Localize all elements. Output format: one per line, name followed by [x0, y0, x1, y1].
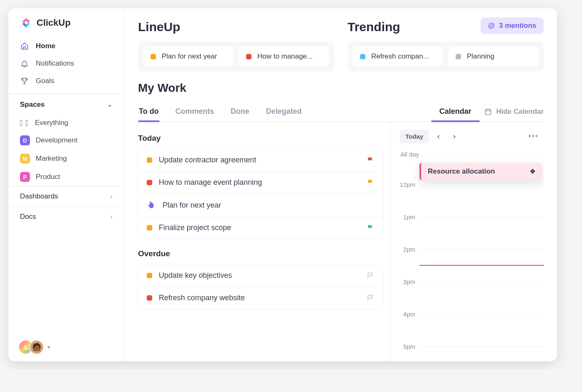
- flag-icon: [366, 156, 375, 164]
- calendar-icon: [484, 108, 492, 116]
- space-label: Marketing: [36, 154, 67, 163]
- more-menu-button[interactable]: •••: [528, 132, 542, 141]
- hour-line[interactable]: [419, 346, 544, 361]
- status-dot: [150, 54, 156, 59]
- sidebar-everything[interactable]: Everything: [8, 115, 124, 131]
- hour-label: 4pm: [398, 311, 419, 318]
- spaces-label: Spaces: [20, 100, 45, 109]
- svg-rect-0: [485, 109, 491, 115]
- nav-label: Home: [36, 42, 55, 50]
- hide-calendar-label: Hide Calendar: [496, 108, 544, 116]
- sidebar-space-development[interactable]: D Development: [8, 131, 124, 149]
- task-row[interactable]: Update key objectives: [138, 265, 383, 287]
- tab-delegated[interactable]: Delegated: [265, 101, 303, 122]
- flag-icon: [366, 224, 375, 232]
- tab-calendar[interactable]: Calendar: [439, 101, 472, 122]
- hour-label: 3pm: [398, 278, 419, 285]
- avatar-stack: S 🧑🏾: [18, 340, 44, 355]
- sidebar-space-product[interactable]: P Product: [8, 168, 124, 186]
- task-row[interactable]: Plan for next year: [138, 194, 383, 217]
- task-title: Update contractor agreement: [159, 156, 360, 164]
- trophy-icon: [20, 76, 29, 86]
- hour-line[interactable]: [419, 314, 544, 346]
- lineup-card[interactable]: Plan for next year: [143, 47, 234, 66]
- task-row[interactable]: Finalize project scope: [138, 217, 383, 239]
- space-label: Development: [36, 136, 77, 145]
- hour-line[interactable]: [419, 184, 544, 217]
- tab-done[interactable]: Done: [230, 101, 250, 122]
- time-row: 4pm: [398, 314, 544, 346]
- everything-label: Everything: [35, 119, 68, 127]
- prev-day-button[interactable]: ‹: [432, 130, 445, 143]
- mywork-tabs: To do Comments Done Delegated Calendar H…: [138, 101, 544, 122]
- status-dot: [456, 54, 461, 59]
- clickup-logo-icon: [20, 17, 32, 29]
- today-button[interactable]: Today: [400, 130, 429, 143]
- space-badge: D: [20, 135, 30, 145]
- app-shell: ClickUp Home Notifications Goals Spaces …: [8, 8, 557, 361]
- sidebar-dashboards[interactable]: Dashboards ›: [8, 186, 124, 206]
- trending-card[interactable]: Refresh compan...: [353, 47, 443, 66]
- calendar-header: Today ‹ › •••: [398, 130, 544, 149]
- calendar-panel: Today ‹ › ••• All day Resource allocatio…: [390, 122, 544, 361]
- calendar-event[interactable]: Resource allocation ✥: [419, 163, 542, 180]
- time-row: 3pm: [398, 282, 544, 314]
- sidebar-space-marketing[interactable]: M Marketing: [8, 149, 124, 168]
- task-title: Refresh company website: [159, 294, 360, 302]
- status-dot: [147, 295, 152, 301]
- time-row: 12pm: [398, 184, 544, 217]
- hour-label: 1pm: [398, 213, 419, 220]
- time-row: 5pm: [398, 346, 544, 361]
- tab-comments[interactable]: Comments: [175, 101, 215, 122]
- hour-label: 2pm: [398, 246, 419, 253]
- card-label: How to manage...: [257, 52, 313, 61]
- status-dot: [246, 54, 252, 59]
- tab-todo[interactable]: To do: [138, 101, 160, 122]
- sidebar: ClickUp Home Notifications Goals Spaces …: [8, 8, 125, 361]
- chevron-right-icon: ›: [110, 192, 113, 201]
- group-overdue: Overdue: [138, 249, 383, 258]
- lineup-card[interactable]: How to manage...: [239, 47, 329, 66]
- tabs-left: To do Comments Done Delegated: [138, 101, 303, 122]
- nav-notifications[interactable]: Notifications: [14, 55, 118, 72]
- home-icon: [20, 42, 29, 51]
- trending-card[interactable]: Planning: [448, 47, 539, 66]
- mentions-button[interactable]: @ 3 mentions: [481, 17, 544, 34]
- status-dot: [147, 273, 152, 278]
- event-title: Resource allocation: [428, 167, 495, 176]
- dots-grid-icon: [20, 120, 29, 126]
- status-dot: [147, 225, 152, 230]
- spaces-header[interactable]: Spaces ⌄: [8, 94, 124, 115]
- chevron-right-icon: ›: [110, 213, 113, 221]
- hour-line[interactable]: [419, 282, 544, 314]
- pointer-icon: [147, 201, 156, 210]
- brand-logo[interactable]: ClickUp: [8, 8, 124, 36]
- at-icon: @: [488, 22, 495, 30]
- lineup-title: LineUp: [138, 20, 334, 34]
- task-row[interactable]: Update contractor agreement: [138, 149, 383, 172]
- hide-calendar-button[interactable]: Hide Calendar: [484, 108, 544, 116]
- space-label: Product: [36, 173, 60, 181]
- task-row[interactable]: Refresh company website: [138, 287, 383, 309]
- dashboards-label: Dashboards: [20, 192, 58, 201]
- docs-label: Docs: [20, 213, 36, 221]
- trending-cards: Refresh compan... Planning: [348, 42, 544, 71]
- sidebar-docs[interactable]: Docs ›: [8, 206, 124, 227]
- task-title: Plan for next year: [163, 201, 375, 210]
- hour-line[interactable]: [419, 217, 544, 249]
- user-avatars[interactable]: S 🧑🏾 ▼: [8, 333, 124, 361]
- main-content: @ 3 mentions LineUp Plan for next year H…: [125, 8, 557, 361]
- mentions-count: 3 mentions: [499, 22, 536, 30]
- next-day-button[interactable]: ›: [448, 130, 461, 143]
- today-task-list: Update contractor agreement How to manag…: [138, 149, 383, 239]
- nav-goals[interactable]: Goals: [14, 72, 118, 90]
- nav-label: Notifications: [36, 59, 74, 68]
- task-row[interactable]: How to manage event planning: [138, 172, 383, 194]
- lineup-cards: Plan for next year How to manage...: [138, 42, 334, 71]
- nav-home[interactable]: Home: [14, 37, 118, 55]
- chevron-down-icon: ⌄: [107, 100, 113, 109]
- caret-down-icon: ▼: [47, 345, 51, 350]
- now-indicator: [419, 265, 544, 266]
- time-grid: 12pm 1pm 2pm 3pm 4pm 5pm: [398, 184, 544, 361]
- task-title: How to manage event planning: [159, 178, 360, 187]
